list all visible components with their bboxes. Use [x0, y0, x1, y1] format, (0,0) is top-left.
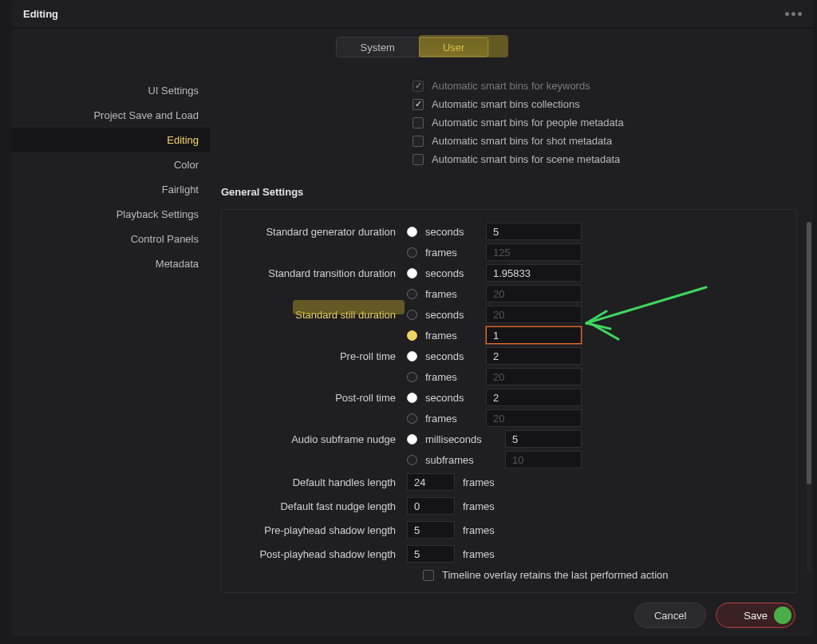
radio-still-seconds[interactable]	[407, 310, 417, 320]
label-smartbin-scene: Automatic smart bins for scene metadata	[432, 153, 620, 165]
sidebar-item-playback[interactable]: Playback Settings	[12, 202, 210, 227]
input-generator-frames[interactable]	[486, 243, 582, 261]
label-audio-subframe: Audio subframe nudge	[236, 433, 407, 445]
window-title: Editing	[23, 8, 58, 20]
checkbox-smartbin-people[interactable]	[412, 117, 424, 128]
label-smartbin-collections: Automatic smart bins collections	[432, 98, 580, 110]
sidebar-item-color[interactable]: Color	[12, 152, 210, 177]
radio-still-frames[interactable]	[407, 330, 417, 341]
checkbox-smartbin-collections[interactable]	[412, 99, 424, 110]
save-button[interactable]: Save	[716, 603, 795, 628]
main-panel: Automatic smart bins for keywords Automa…	[210, 62, 813, 636]
radio-generator-seconds[interactable]	[407, 227, 417, 237]
cancel-button[interactable]: Cancel	[634, 603, 706, 628]
input-audio-ms[interactable]	[505, 430, 582, 448]
radio-transition-frames[interactable]	[407, 289, 417, 299]
label-preshadow: Pre-playhead shadow length	[236, 524, 407, 536]
radio-generator-frames[interactable]	[407, 247, 417, 258]
input-audio-subframes[interactable]	[505, 451, 582, 468]
label-handles: Default handles length	[236, 476, 407, 488]
radio-audio-subframes[interactable]	[407, 455, 417, 465]
input-handles[interactable]	[407, 473, 455, 491]
titlebar: Editing	[12, 0, 813, 29]
sidebar: UI Settings Project Save and Load Editin…	[12, 62, 210, 636]
sidebar-item-ui-settings[interactable]: UI Settings	[12, 78, 210, 103]
tab-user[interactable]: User	[419, 38, 488, 57]
label-preroll: Pre-roll time	[236, 350, 407, 362]
sidebar-item-project-save[interactable]: Project Save and Load	[12, 103, 210, 128]
sidebar-item-editing[interactable]: Editing	[12, 128, 210, 152]
radio-preroll-seconds[interactable]	[407, 351, 417, 362]
general-settings-panel: Standard generator duration seconds fram…	[221, 209, 797, 593]
radio-postroll-seconds[interactable]	[407, 393, 417, 403]
input-generator-seconds[interactable]	[486, 223, 582, 240]
input-still-frames[interactable]	[486, 326, 582, 344]
radio-postroll-frames[interactable]	[407, 413, 417, 424]
label-postshadow: Post-playhead shadow length	[236, 548, 407, 560]
input-postshadow[interactable]	[407, 545, 455, 563]
label-still-duration: Standard still duration	[236, 309, 407, 321]
checkbox-overlay-retain[interactable]	[423, 570, 434, 581]
label-overlay-retain: Timeline overlay retains the last perfor…	[442, 569, 668, 581]
sidebar-item-metadata[interactable]: Metadata	[12, 251, 210, 276]
label-fast-nudge: Default fast nudge length	[236, 500, 407, 512]
label-postroll: Post-roll time	[236, 392, 407, 404]
input-fast-nudge[interactable]	[407, 497, 455, 515]
label-smartbin-people: Automatic smart bins for people metadata	[432, 117, 624, 128]
sidebar-item-fairlight[interactable]: Fairlight	[12, 177, 210, 202]
scrollbar-thumb[interactable]	[807, 222, 811, 484]
section-title-general: General Settings	[221, 186, 797, 198]
radio-audio-ms[interactable]	[407, 434, 417, 444]
more-menu-icon[interactable]	[785, 12, 802, 16]
label-transition-duration: Standard transition duration	[236, 267, 407, 279]
sidebar-item-control-panels[interactable]: Control Panels	[12, 227, 210, 251]
checkbox-smartbin-scene[interactable]	[412, 154, 424, 165]
input-preroll-frames[interactable]	[486, 368, 582, 385]
tab-bar: System User	[12, 29, 813, 62]
input-still-seconds[interactable]	[486, 306, 582, 323]
input-postroll-frames[interactable]	[486, 409, 582, 427]
checkbox-smartbin-shot[interactable]	[412, 136, 424, 147]
input-transition-seconds[interactable]	[486, 264, 582, 282]
label-generator-duration: Standard generator duration	[236, 226, 407, 238]
scrollbar[interactable]	[807, 222, 811, 572]
input-transition-frames[interactable]	[486, 285, 582, 302]
tab-system[interactable]: System	[337, 38, 419, 57]
radio-preroll-frames[interactable]	[407, 372, 417, 382]
label-smartbin-shot: Automatic smart bins for shot metadata	[432, 135, 612, 147]
input-preroll-seconds[interactable]	[486, 347, 582, 365]
input-preshadow[interactable]	[407, 521, 455, 539]
checkbox-smartbin-keywords[interactable]	[412, 81, 424, 92]
radio-transition-seconds[interactable]	[407, 268, 417, 279]
input-postroll-seconds[interactable]	[486, 389, 582, 406]
label-smartbin-keywords: Automatic smart bins for keywords	[432, 80, 590, 92]
annotation-circle-icon	[774, 606, 791, 624]
